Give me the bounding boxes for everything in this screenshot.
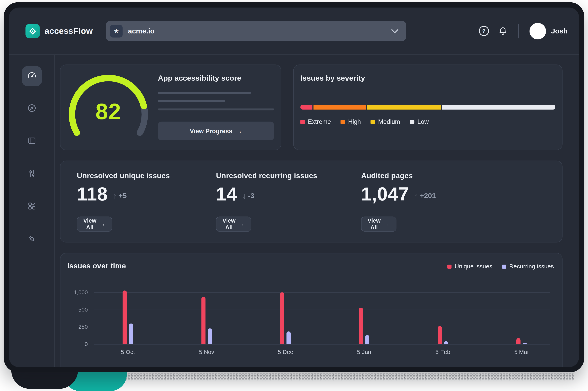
stat-delta: ↑ +201 <box>414 192 436 200</box>
app-surface: accessFlow ★ acme.io ? <box>9 7 579 367</box>
compass-icon <box>27 103 37 114</box>
score-card-title: App accessibility score <box>158 74 241 83</box>
arrow-up-icon: ↑ <box>414 192 418 200</box>
main-content: 82 App accessibility score View Progress… <box>55 55 579 367</box>
sidebar-item-toggles[interactable] <box>21 164 42 184</box>
brand-name: accessFlow <box>45 26 93 36</box>
xtick-5-jan: 5 Jan <box>347 349 381 355</box>
severity-card-title: Issues by severity <box>300 74 365 83</box>
issues-by-severity-card: Issues by severity ExtremeHighMediumLow <box>293 65 563 150</box>
legend-swatch <box>370 119 375 124</box>
arrow-right-icon: → <box>236 127 242 135</box>
skeleton-line <box>158 92 251 94</box>
stat-value: 14 <box>216 184 237 205</box>
bar-unique-issues-5-mar <box>516 338 520 344</box>
stats-card: Unresolved unique issues 118 ↑ +5 View A… <box>60 161 563 242</box>
legend-item-low: Low <box>410 118 429 125</box>
project-name: acme.io <box>128 27 154 35</box>
view-progress-button[interactable]: View Progress → <box>158 122 274 140</box>
bar-unique-issues-5-dec <box>280 293 284 344</box>
gridline-0 <box>94 344 550 345</box>
gauge-icon <box>27 71 37 82</box>
avatar[interactable] <box>529 23 546 39</box>
header-divider <box>518 24 519 38</box>
bar-unique-issues-5-jan <box>359 308 363 344</box>
project-selector[interactable]: ★ acme.io <box>106 21 406 41</box>
view-all-button[interactable]: View All → <box>216 217 251 232</box>
accessibility-score-card: 82 App accessibility score View Progress… <box>60 65 281 150</box>
legend-swatch <box>410 119 415 124</box>
toggles-icon <box>27 168 37 180</box>
grain-texture <box>100 373 575 381</box>
plug-icon <box>27 234 37 245</box>
severity-legend: ExtremeHighMediumLow <box>300 118 429 125</box>
severity-seg-low <box>442 105 555 110</box>
bar-unique-issues-5-nov <box>201 297 206 344</box>
gridline-500 <box>94 309 550 310</box>
xtick-5-oct: 5 Oct <box>111 349 145 355</box>
header-actions: ? Josh <box>479 23 568 39</box>
arrow-right-icon: → <box>239 221 245 227</box>
stat-delta: ↓ -3 <box>242 192 254 200</box>
legend-item-medium: Medium <box>370 118 400 125</box>
view-all-button[interactable]: View All → <box>77 217 112 232</box>
sidebar-item-compass[interactable] <box>21 99 42 119</box>
grid-check-icon <box>27 201 37 212</box>
legend-item-high: High <box>341 118 361 125</box>
bar-recurring-issues-5-oct <box>129 323 133 344</box>
bar-recurring-issues-5-mar <box>523 343 527 344</box>
sidebar-item-plug[interactable] <box>21 229 42 250</box>
stage: accessFlow ★ acme.io ? <box>0 0 588 391</box>
severity-seg-extreme <box>300 105 312 110</box>
bar-recurring-issues-5-nov <box>208 328 212 344</box>
xtick-5-dec: 5 Dec <box>269 349 302 355</box>
stat-title: Unresolved recurring issues <box>216 172 317 180</box>
sidebar-item-grid-check[interactable] <box>21 197 42 217</box>
legend-swatch <box>341 119 345 124</box>
xtick-5-mar: 5 Mar <box>505 349 538 355</box>
sidebar-item-panel[interactable] <box>21 131 42 152</box>
gridline-250 <box>94 327 550 327</box>
issues-over-time-card: Issues over time Unique issuesRecurring … <box>60 253 563 367</box>
score-value: 82 <box>64 99 153 125</box>
bar-unique-issues-5-feb <box>438 326 442 344</box>
brand: accessFlow <box>25 24 93 38</box>
sidebar-item-dashboard[interactable] <box>21 66 42 86</box>
stat-delta: ↑ +5 <box>113 192 127 200</box>
ytick-250: 250 <box>66 323 88 330</box>
help-icon[interactable]: ? <box>479 26 489 36</box>
bell-icon[interactable] <box>498 26 508 36</box>
ytick-0: 0 <box>66 341 88 347</box>
stat-title: Unresolved unique issues <box>77 172 170 180</box>
stat-value: 118 <box>77 184 108 205</box>
arrow-up-icon: ↑ <box>113 192 117 200</box>
xtick-5-nov: 5 Nov <box>190 349 223 355</box>
legend-swatch <box>300 119 305 124</box>
arrow-right-icon: → <box>384 221 390 227</box>
bar-unique-issues-5-oct <box>123 291 127 344</box>
view-all-button[interactable]: View All → <box>361 217 396 232</box>
severity-seg-high <box>313 105 366 110</box>
severity-bar <box>300 105 555 110</box>
top-bar: accessFlow ★ acme.io ? <box>9 7 579 55</box>
arrow-right-icon: → <box>100 221 106 227</box>
app-window: accessFlow ★ acme.io ? <box>4 2 584 372</box>
user-name: Josh <box>551 27 568 35</box>
bar-recurring-issues-5-dec <box>287 331 291 344</box>
ytick-500: 500 <box>66 306 88 312</box>
bar-recurring-issues-5-feb <box>444 341 448 344</box>
stat-value: 1,047 <box>361 184 409 205</box>
xtick-5-feb: 5 Feb <box>426 349 460 355</box>
skeleton-line <box>158 100 225 102</box>
legend-item-extreme: Extreme <box>300 118 331 125</box>
star-badge-icon: ★ <box>110 24 123 37</box>
chevron-down-icon <box>391 29 399 33</box>
bar-recurring-issues-5-jan <box>365 335 369 344</box>
chart-plot: 02505001,0005 Oct5 Nov5 Dec5 Jan5 Feb5 M… <box>61 253 562 367</box>
gridline-1-000 <box>94 293 550 293</box>
severity-seg-medium <box>367 105 441 110</box>
sidebar <box>9 55 55 367</box>
skeleton-line <box>158 108 274 110</box>
logo-icon <box>25 24 40 38</box>
arrow-down-icon: ↓ <box>242 192 246 200</box>
